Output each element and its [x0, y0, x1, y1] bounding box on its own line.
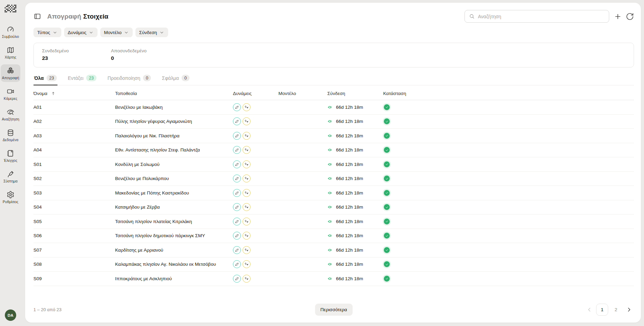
arrows-badge-icon — [243, 232, 251, 240]
item-location-cell: Παλαιολόγου με Νικ. Πλαστήρα — [115, 129, 233, 143]
column-header[interactable]: Σύνδεση — [327, 86, 383, 100]
sidebar-item-label: Κάμερες — [4, 96, 17, 101]
column-header[interactable]: Δυνάμεις — [233, 86, 278, 100]
sidebar-item[interactable]: Συμβούλιο — [1, 23, 20, 41]
page-title-bold: Στοιχεία — [83, 13, 109, 20]
item-location-cell: Τσιτσάνη πλησίον πλατείας Κιτριλάκη — [115, 214, 233, 229]
table-row[interactable]: S01 Κονδύλη με Σολωμού 66d 12h 18m — [33, 157, 634, 172]
item-name-cell: S08 — [33, 257, 115, 272]
gauge-icon — [7, 25, 14, 33]
items-table: Όνομα Τοποθεσία Δυνάμεις — [33, 86, 634, 286]
filter-chip[interactable]: Τύπος — [33, 28, 61, 37]
table-row[interactable]: S08 Καλαμπάκας πλησίον Αγ. Νικολάου εκ Μ… — [33, 257, 634, 272]
sidebar-item[interactable]: Σύστημα — [1, 168, 20, 185]
table-row[interactable]: S07 Καρδίτσης με Αρριανού 66d 12h 18m — [33, 243, 634, 257]
item-name-cell: S05 — [33, 214, 115, 229]
table-row[interactable]: S09 Ιπποκράτους με Ασκληπιού 66d 12h 18m — [33, 272, 634, 286]
search-input[interactable] — [478, 14, 605, 19]
sidebar-toggle-button[interactable] — [33, 12, 41, 20]
item-location-cell: Καρδίτσης με Αρριανού — [115, 243, 233, 257]
connection-uptime: 66d 12h 18m — [336, 248, 363, 253]
stat-label: Συνδεδεμένο — [42, 48, 111, 53]
status-tab[interactable]: Προειδοποίηση 0 — [107, 75, 152, 85]
search-box[interactable] — [464, 10, 609, 23]
plus-icon — [614, 12, 622, 21]
column-header[interactable]: Μοντέλο — [278, 86, 327, 100]
status-tab[interactable]: Όλα 23 — [33, 75, 58, 85]
arrows-badge-icon — [243, 117, 251, 125]
item-location-cell: Ιπποκράτους με Ασκληπιού — [115, 272, 233, 286]
plug-icon — [327, 247, 333, 253]
arrows-badge-icon — [243, 175, 251, 182]
sidebar-item[interactable]: Αναζήτηση — [1, 106, 20, 123]
tab-count-badge: 23 — [86, 75, 96, 81]
column-header[interactable]: Κατάσταση — [383, 86, 634, 100]
item-status-cell — [383, 272, 634, 286]
sidebar-item-label: Απογραφή — [2, 76, 19, 80]
table-row[interactable]: S05 Τσιτσάνη πλησίον πλατείας Κιτριλάκη … — [33, 214, 634, 229]
page-button[interactable]: 2 — [610, 304, 622, 316]
status-tab[interactable]: Σφάλμα 0 — [161, 75, 190, 85]
arrows-badge-icon — [243, 146, 251, 154]
item-name-cell: S07 — [33, 243, 115, 257]
stat-value: 23 — [42, 55, 111, 61]
item-connection-cell: 66d 12h 18m — [327, 114, 383, 129]
arrows-badge-icon — [243, 275, 251, 283]
leaf-badge-icon — [233, 246, 241, 254]
sidebar-item[interactable]: Δεδομένα — [1, 126, 20, 144]
status-tab[interactable]: Εντάξει 23 — [67, 75, 97, 85]
sidebar-item[interactable]: Χάρτης — [1, 44, 20, 61]
table-row[interactable]: A02 Πύλης πλησίον γέφυρας Αγιαμονιώτη 66… — [33, 114, 634, 129]
sidebar-item-label: Έλεγχος — [4, 158, 18, 162]
sidebar-nav: Συμβούλιο Χάρτης Απογραφή Κάμερες Αναζήτ… — [0, 23, 21, 206]
user-avatar[interactable]: DA — [5, 309, 16, 321]
map-icon — [7, 46, 14, 54]
table-row[interactable]: A03 Παλαιολόγου με Νικ. Πλαστήρα 66d 12h… — [33, 129, 634, 143]
next-page-button[interactable] — [624, 304, 634, 315]
filter-chip[interactable]: Μοντέλο — [100, 28, 133, 37]
item-connection-cell: 66d 12h 18m — [327, 243, 383, 257]
column-header[interactable]: Τοποθεσία — [115, 86, 233, 100]
sidebar-item[interactable]: Ρυθμίσεις — [1, 188, 20, 206]
sidebar-item[interactable]: Κάμερες — [1, 85, 20, 103]
item-name-cell: A04 — [33, 143, 115, 157]
status-ok-icon — [384, 176, 390, 181]
connection-uptime: 66d 12h 18m — [336, 147, 363, 153]
item-capabilities-cell — [233, 200, 278, 214]
filter-chip[interactable]: Σύνδεση — [135, 28, 168, 37]
column-header[interactable]: Όνομα — [33, 86, 115, 100]
table-row[interactable]: S02 Βενιζέλου με Πολυκάρπου 66d 12h 18m — [33, 171, 634, 186]
item-name-cell: S06 — [33, 229, 115, 243]
table-row[interactable]: S06 Τσιτσάνη πλησίον δημοτικού πάρκινγκ … — [33, 229, 634, 243]
page-button[interactable]: 1 — [596, 304, 608, 316]
tab-label: Σφάλμα — [162, 75, 179, 81]
item-status-cell — [383, 171, 634, 186]
item-status-cell — [383, 243, 634, 257]
sidebar-item-label: Ρυθμίσεις — [3, 200, 19, 204]
item-name-cell: A02 — [33, 114, 115, 129]
table-row[interactable]: A04 Εθν. Αντίστασης πλησίον Στεφ. Παλάντ… — [33, 143, 634, 157]
tab-count-badge: 0 — [143, 75, 151, 81]
item-model-cell — [278, 272, 327, 286]
connection-uptime: 66d 12h 18m — [336, 162, 363, 167]
add-button[interactable] — [614, 12, 622, 21]
refresh-button[interactable] — [626, 12, 634, 21]
connection-uptime: 66d 12h 18m — [336, 233, 363, 238]
sidebar-item[interactable]: Απογραφή — [1, 64, 20, 82]
sidebar-item[interactable]: Έλεγχος — [1, 147, 20, 165]
table-row[interactable]: S03 Μακεδονίας με Πόπης Καστρακίδου 66d … — [33, 186, 634, 200]
stat: Συνδεδεμένο 23 — [42, 48, 111, 61]
chevron-left-icon — [586, 306, 593, 313]
camera-icon — [7, 87, 14, 95]
prev-page-button[interactable] — [584, 304, 594, 315]
item-model-cell — [278, 243, 327, 257]
item-connection-cell: 66d 12h 18m — [327, 257, 383, 272]
table-row[interactable]: A01 Βενιζέλου με Ιακωβάκη 66d 12h 18m — [33, 100, 634, 115]
sort-asc-icon[interactable] — [51, 91, 56, 96]
table-row[interactable]: S04 Κατσιμήδου με Ζέρβα 66d 12h 18m — [33, 200, 634, 214]
load-more-button[interactable]: Περισσότερα — [315, 304, 352, 316]
item-model-cell — [278, 200, 327, 214]
item-connection-cell: 66d 12h 18m — [327, 100, 383, 115]
status-ok-icon — [384, 161, 390, 167]
filter-chip[interactable]: Δυνάμεις — [64, 28, 98, 37]
